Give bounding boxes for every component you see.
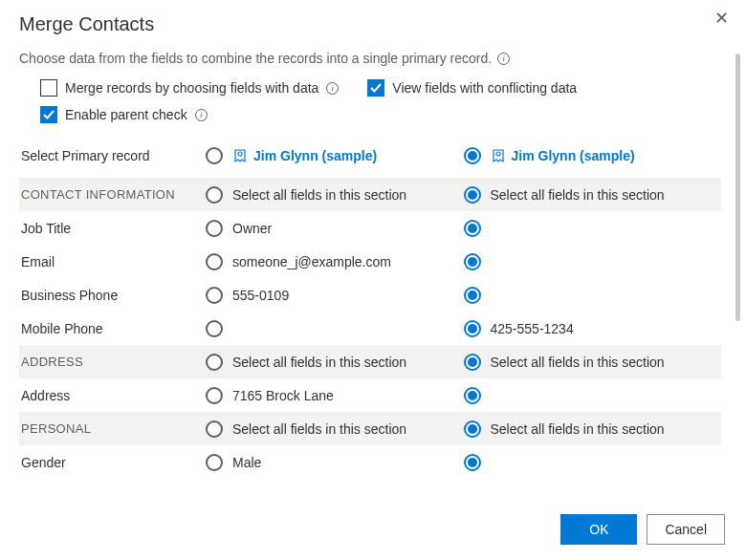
select-all-label: Select all fields in this section <box>491 187 665 203</box>
contact-icon <box>491 148 506 163</box>
table-row: Job Title Owner <box>19 211 721 245</box>
field-label: Job Title <box>19 221 206 236</box>
record-a-name[interactable]: Jim Glynn (sample) <box>232 148 377 163</box>
checkbox-merge-by-fields[interactable] <box>40 79 57 97</box>
radio-field-a[interactable] <box>206 387 223 404</box>
table-row: Business Phone 555-0109 <box>19 278 721 312</box>
info-icon[interactable]: i <box>497 53 510 65</box>
merge-contacts-dialog: ✕ Merge Contacts Choose data from the fi… <box>0 0 746 472</box>
dialog-subtitle: Choose data from the fields to combine t… <box>19 51 727 66</box>
radio-field-a[interactable] <box>206 287 223 304</box>
select-all-label: Select all fields in this section <box>232 187 406 203</box>
enable-parent-check-label: Enable parent check <box>65 107 187 122</box>
radio-select-all-a[interactable] <box>206 354 223 371</box>
field-value-a: Male <box>232 455 261 470</box>
cancel-button[interactable]: Cancel <box>647 514 725 545</box>
options-group: Merge records by choosing fields with da… <box>40 79 727 123</box>
radio-select-all-b[interactable] <box>464 420 481 438</box>
section-title: PERSONAL <box>19 421 206 436</box>
radio-field-a[interactable] <box>206 220 223 237</box>
radio-field-b[interactable] <box>464 320 481 337</box>
radio-select-all-b[interactable] <box>464 186 481 204</box>
field-label: Address <box>19 388 206 403</box>
field-label: Gender <box>19 455 206 470</box>
merge-by-fields-label: Merge records by choosing fields with da… <box>65 80 318 96</box>
info-icon[interactable]: i <box>195 109 208 121</box>
fields-table: Select Primary record Jim Glynn (sample)… <box>19 133 721 472</box>
radio-field-b[interactable] <box>464 220 481 237</box>
close-icon[interactable]: ✕ <box>714 10 729 27</box>
primary-record-row: Select Primary record Jim Glynn (sample)… <box>19 133 721 178</box>
table-row: Address 7165 Brock Lane <box>19 378 721 412</box>
radio-field-b[interactable] <box>464 287 481 304</box>
section-title: CONTACT INFORMATION <box>19 187 206 202</box>
table-row: Gender Male <box>19 445 721 472</box>
radio-record-a[interactable] <box>206 147 223 164</box>
ok-button[interactable]: OK <box>560 514 637 545</box>
radio-record-b[interactable] <box>464 147 481 164</box>
field-value-b: 425-555-1234 <box>491 321 574 336</box>
enable-parent-check-option[interactable]: Enable parent check i <box>40 106 208 123</box>
field-value-a: 7165 Brock Lane <box>232 388 334 403</box>
section-header-contact-information: CONTACT INFORMATION Select all fields in… <box>19 178 721 211</box>
merge-by-fields-option[interactable]: Merge records by choosing fields with da… <box>40 79 339 97</box>
radio-field-a[interactable] <box>206 454 223 471</box>
radio-field-b[interactable] <box>464 387 481 404</box>
field-label: Email <box>19 254 206 269</box>
field-value-a: someone_j@example.com <box>232 254 391 269</box>
select-all-label: Select all fields in this section <box>232 355 406 370</box>
radio-field-a[interactable] <box>206 253 223 270</box>
radio-select-all-b[interactable] <box>464 354 481 371</box>
section-header-address: ADDRESS Select all fields in this sectio… <box>19 345 721 378</box>
checkbox-enable-parent-check[interactable] <box>40 106 57 123</box>
view-conflicting-option[interactable]: View fields with conflicting data <box>367 79 577 97</box>
radio-select-all-a[interactable] <box>206 420 223 438</box>
dialog-footer: OK Cancel <box>560 514 725 545</box>
record-b-name[interactable]: Jim Glynn (sample) <box>491 148 635 163</box>
field-label: Mobile Phone <box>19 321 206 336</box>
select-all-label: Select all fields in this section <box>491 355 665 370</box>
fields-scroll-area[interactable]: Select Primary record Jim Glynn (sample)… <box>19 133 727 472</box>
subtitle-text: Choose data from the fields to combine t… <box>19 51 492 66</box>
info-icon[interactable]: i <box>326 82 339 95</box>
primary-record-label: Select Primary record <box>19 148 206 163</box>
radio-select-all-a[interactable] <box>206 186 223 204</box>
table-row: Email someone_j@example.com <box>19 245 721 278</box>
radio-field-b[interactable] <box>464 253 481 270</box>
dialog-title: Merge Contacts <box>19 13 727 35</box>
radio-field-a[interactable] <box>206 320 223 337</box>
radio-field-b[interactable] <box>464 454 481 471</box>
select-all-label: Select all fields in this section <box>491 421 665 437</box>
section-title: ADDRESS <box>19 355 206 369</box>
checkbox-view-conflicting[interactable] <box>367 79 384 97</box>
table-row: Mobile Phone 425-555-1234 <box>19 312 721 345</box>
field-value-a: 555-0109 <box>232 288 289 303</box>
view-conflicting-label: View fields with conflicting data <box>392 80 577 96</box>
field-label: Business Phone <box>19 288 206 303</box>
select-all-label: Select all fields in this section <box>232 421 406 437</box>
section-header-personal: PERSONAL Select all fields in this secti… <box>19 412 721 445</box>
contact-icon <box>232 148 248 163</box>
field-value-a: Owner <box>232 221 272 236</box>
scrollbar[interactable] <box>735 54 740 321</box>
